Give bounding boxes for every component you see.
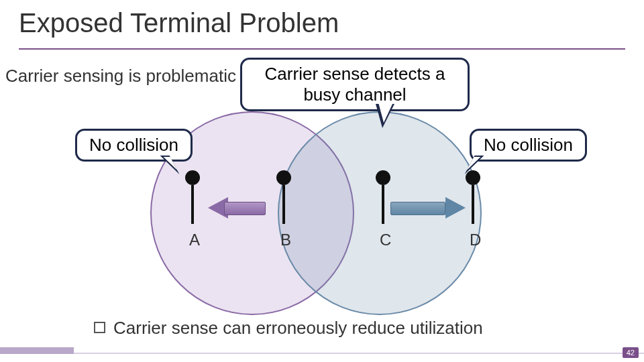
callout-busy-channel: Carrier sense detects a busy channel: [240, 58, 470, 111]
bullet-conclusion: Carrier sense can erroneously reduce uti…: [94, 318, 483, 339]
node-b-dot: [276, 170, 291, 185]
node-d-stick: [472, 185, 474, 224]
node-b-stick: [282, 185, 285, 224]
node-a-stick: [191, 185, 194, 224]
arrow-body: [390, 202, 445, 215]
arrow-b-to-a: [208, 197, 266, 219]
arrow-c-to-d: [390, 197, 466, 219]
node-label-a: A: [189, 231, 200, 249]
footer-accent: [0, 347, 74, 354]
slide: Exposed Terminal Problem Carrier sensing…: [0, 0, 644, 362]
node-c-stick: [382, 185, 384, 224]
arrow-body: [224, 202, 266, 215]
subtitle: Carrier sensing is problematic in: [5, 66, 254, 86]
callout-no-collision-right: No collision: [470, 129, 587, 162]
footer-line: [0, 353, 644, 354]
bullet-text: Carrier sense can erroneously reduce uti…: [113, 318, 483, 338]
slide-title: Exposed Terminal Problem: [19, 8, 339, 38]
page-number: 42: [623, 347, 639, 358]
node-c-dot: [376, 170, 390, 185]
node-label-d: D: [470, 231, 481, 249]
callout-tail-icon: [376, 104, 394, 128]
bullet-box-icon: [94, 322, 105, 333]
arrow-head-icon: [445, 197, 466, 219]
callout-no-collision-left: No collision: [75, 129, 193, 162]
title-underline: [19, 48, 625, 50]
node-a-dot: [185, 170, 200, 185]
node-label-b: B: [280, 231, 291, 249]
node-label-c: C: [380, 231, 391, 249]
